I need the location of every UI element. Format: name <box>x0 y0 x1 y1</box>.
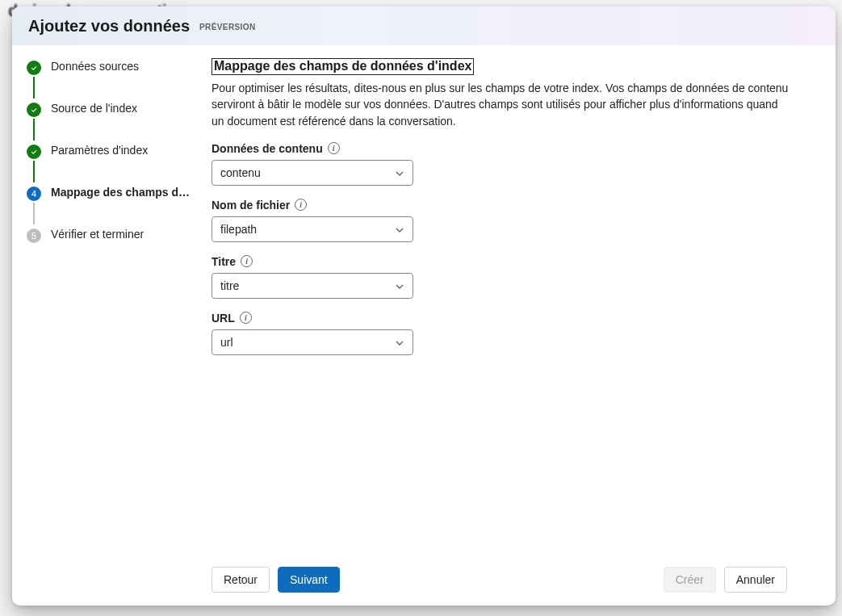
checkmark-icon <box>27 145 41 159</box>
url-select[interactable]: url <box>212 329 413 355</box>
dialog-title: Ajoutez vos données <box>28 17 190 36</box>
section-title: Mappage des champs de données d'index <box>212 58 474 75</box>
step-review-finish[interactable]: 5 Vérifier et terminer <box>27 228 203 247</box>
checkmark-icon <box>27 61 41 75</box>
chevron-down-icon <box>395 224 404 234</box>
info-icon[interactable]: i <box>295 199 307 211</box>
checkmark-icon <box>27 103 41 117</box>
back-button[interactable]: Retour <box>212 567 270 593</box>
next-button[interactable]: Suivant <box>278 567 340 593</box>
add-your-data-dialog: Ajoutez vos données PRÉVERSION Données s… <box>12 6 836 606</box>
chevron-down-icon <box>395 337 404 347</box>
dialog-body: Données sources Source de l'index <box>12 45 836 606</box>
url-label: URL i <box>212 312 810 325</box>
wizard-steps: Données sources Source de l'index <box>12 45 212 606</box>
content-data-select[interactable]: contenu <box>212 160 413 186</box>
create-button: Créer <box>664 567 716 593</box>
step-field-mapping[interactable]: 4 Mappage des champs d… <box>27 186 203 205</box>
step-data-source[interactable]: Données sources <box>27 60 203 79</box>
filename-select[interactable]: filepath <box>212 216 413 242</box>
title-label: Titre i <box>212 255 810 268</box>
filename-label: Nom de fichier i <box>212 199 810 212</box>
section-description: Pour optimiser les résultats, dites-nous… <box>212 80 793 129</box>
dialog-header: Ajoutez vos données PRÉVERSION <box>12 6 836 45</box>
info-icon[interactable]: i <box>240 312 252 324</box>
dialog-content: Mappage des champs de données d'index Po… <box>212 45 836 606</box>
info-icon[interactable]: i <box>328 142 340 154</box>
step-index-source[interactable]: Source de l'index <box>27 102 203 121</box>
content-data-label: Données de contenu i <box>212 142 810 155</box>
step-index-params[interactable]: Paramètres d'index <box>27 144 203 163</box>
info-icon[interactable]: i <box>241 255 253 267</box>
dialog-footer: Retour Suivant Créer Annuler <box>212 555 811 606</box>
preview-badge: PRÉVERSION <box>199 22 256 31</box>
future-step-icon: 5 <box>27 228 41 243</box>
cancel-button[interactable]: Annuler <box>724 567 787 593</box>
current-step-icon: 4 <box>27 186 41 201</box>
chevron-down-icon <box>395 168 404 178</box>
chevron-down-icon <box>395 281 404 291</box>
title-select[interactable]: titre <box>212 273 413 299</box>
